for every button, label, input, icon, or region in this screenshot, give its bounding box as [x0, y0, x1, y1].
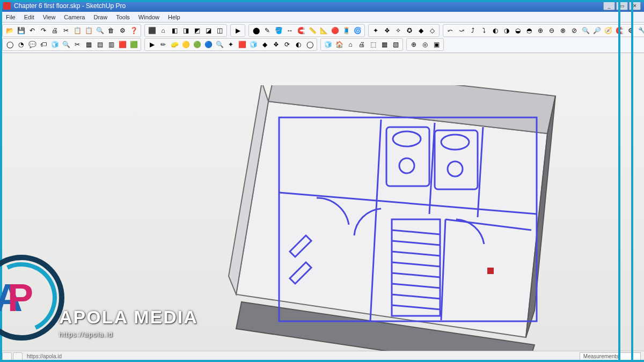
- menu-help[interactable]: Help: [164, 13, 184, 21]
- toolbar-button[interactable]: 🧊: [49, 39, 60, 50]
- toolbar-button[interactable]: ⊖: [546, 25, 557, 36]
- toolbar-button[interactable]: ◎: [420, 39, 430, 50]
- toolbar-button[interactable]: 🏷: [38, 39, 49, 50]
- toolbar-button[interactable]: ⤵: [479, 25, 489, 36]
- toolbar-button[interactable]: ◩: [192, 25, 202, 36]
- menu-camera[interactable]: Camera: [60, 13, 89, 21]
- toolbar-button[interactable]: ◓: [524, 25, 535, 36]
- toolbar-button[interactable]: ⬤: [251, 25, 261, 36]
- toolbar-button[interactable]: 📂: [4, 25, 15, 36]
- toolbar-button[interactable]: ❓: [128, 25, 139, 36]
- toolbar-button[interactable]: ◨: [180, 25, 191, 36]
- toolbar-button[interactable]: ⊘: [569, 25, 580, 36]
- toolbar-button[interactable]: 🔵: [203, 39, 214, 50]
- menu-edit[interactable]: Edit: [20, 13, 38, 21]
- toolbar-button[interactable]: ❖: [270, 39, 281, 50]
- toolbar-button[interactable]: ✦: [225, 39, 236, 50]
- menu-file[interactable]: File: [2, 13, 19, 21]
- toolbar-button[interactable]: ✎: [262, 25, 273, 36]
- toolbar-button[interactable]: ⚙: [625, 25, 636, 36]
- toolbar-button[interactable]: ⤴: [467, 25, 478, 36]
- toolbar-button[interactable]: ⤺: [445, 25, 456, 36]
- toolbar-button[interactable]: 🧊: [323, 39, 333, 50]
- building-model[interactable]: [204, 85, 580, 351]
- toolbar-button[interactable]: ◪: [203, 25, 214, 36]
- toolbar-button[interactable]: ◫: [214, 25, 225, 36]
- toolbar-button[interactable]: ▣: [431, 39, 442, 50]
- toolbar-button[interactable]: ▤: [94, 39, 105, 50]
- toolbar-button[interactable]: 🟡: [180, 39, 191, 50]
- toolbar-button[interactable]: 🧭: [603, 25, 613, 36]
- toolbar-button[interactable]: ⚙: [117, 25, 128, 36]
- toolbar-button[interactable]: 🖨: [356, 39, 367, 50]
- toolbar-button[interactable]: 🧊: [248, 39, 259, 50]
- toolbar-button[interactable]: ⤻: [456, 25, 467, 36]
- minimize-button[interactable]: _: [603, 2, 615, 10]
- menu-window[interactable]: Window: [135, 13, 163, 21]
- toolbar-button[interactable]: 📐: [318, 25, 329, 36]
- menu-draw[interactable]: Draw: [90, 13, 111, 21]
- toolbar-button[interactable]: ◆: [259, 39, 270, 50]
- toolbar-button[interactable]: 💬: [27, 39, 38, 50]
- toolbar-button[interactable]: ✦: [370, 25, 381, 36]
- viewport-3d[interactable]: [0, 53, 644, 351]
- toolbar-button[interactable]: ▶: [147, 39, 157, 50]
- toolbar-button[interactable]: 💾: [16, 25, 26, 36]
- toolbar-button[interactable]: 🔎: [591, 25, 602, 36]
- toolbar-button[interactable]: ◐: [490, 25, 501, 36]
- toolbar-button[interactable]: ✧: [393, 25, 404, 36]
- toolbar-button[interactable]: ▧: [390, 39, 401, 50]
- toolbar-button[interactable]: 🔍: [61, 39, 71, 50]
- toolbar-button[interactable]: 🌀: [352, 25, 363, 36]
- toolbar-button[interactable]: ↷: [38, 25, 49, 36]
- toolbar-button[interactable]: ▦: [83, 39, 94, 50]
- toolbar-button[interactable]: ◒: [513, 25, 523, 36]
- menu-tools[interactable]: Tools: [112, 13, 134, 21]
- toolbar-button[interactable]: 🔍: [580, 25, 591, 36]
- measurements-box[interactable]: Measurements: [580, 352, 641, 360]
- toolbar-button[interactable]: ✪: [404, 25, 415, 36]
- menu-view[interactable]: View: [39, 13, 60, 21]
- toolbar-button[interactable]: 🧽: [169, 39, 180, 50]
- toolbar-button[interactable]: 🟥: [237, 39, 247, 50]
- toolbar-button[interactable]: 🪣: [273, 25, 284, 36]
- toolbar-button[interactable]: ▦: [379, 39, 390, 50]
- toolbar-button[interactable]: 🟩: [128, 39, 139, 50]
- toolbar-button[interactable]: 🔧: [636, 25, 644, 36]
- toolbar-button[interactable]: 📋: [72, 25, 83, 36]
- toolbar-button[interactable]: 🔍: [214, 39, 225, 50]
- toolbar-button[interactable]: ⌂: [345, 39, 356, 50]
- toolbar-button[interactable]: 🔍: [94, 25, 105, 36]
- toolbar-button[interactable]: ◧: [169, 25, 180, 36]
- toolbar-button[interactable]: ⟳: [282, 39, 292, 50]
- toolbar-button[interactable]: 📋: [83, 25, 94, 36]
- toolbar-button[interactable]: ◯: [4, 39, 15, 50]
- toolbar-button[interactable]: ◆: [415, 25, 426, 36]
- toolbar-button[interactable]: ▶: [232, 25, 243, 36]
- toolbar-button[interactable]: ⬚: [368, 39, 378, 50]
- status-btn-1[interactable]: [2, 352, 12, 361]
- toolbar-button[interactable]: 🟢: [192, 39, 202, 50]
- toolbar-button[interactable]: 🗑: [106, 25, 116, 36]
- toolbar-button[interactable]: ⬛: [147, 25, 157, 36]
- toolbar-button[interactable]: ◇: [427, 25, 437, 36]
- close-button[interactable]: ✕: [629, 2, 641, 10]
- toolbar-button[interactable]: ↶: [27, 25, 38, 36]
- toolbar-button[interactable]: 🟥: [117, 39, 128, 50]
- toolbar-button[interactable]: 🖨: [49, 25, 60, 36]
- toolbar-button[interactable]: ▥: [106, 39, 116, 50]
- toolbar-button[interactable]: ⌂: [158, 25, 169, 36]
- toolbar-button[interactable]: ◐: [293, 39, 304, 50]
- toolbar-button[interactable]: ✂: [72, 39, 83, 50]
- toolbar-button[interactable]: 🔴: [330, 25, 340, 36]
- toolbar-button[interactable]: ✂: [61, 25, 71, 36]
- toolbar-button[interactable]: 🧵: [341, 25, 352, 36]
- toolbar-button[interactable]: ◑: [501, 25, 512, 36]
- titlebar[interactable]: Chapter 6 first floor.skp - SketchUp Pro…: [0, 0, 644, 12]
- toolbar-button[interactable]: 📏: [307, 25, 318, 36]
- toolbar-button[interactable]: ❖: [382, 25, 392, 36]
- toolbar-button[interactable]: 🧲: [614, 25, 625, 36]
- toolbar-button[interactable]: ◔: [16, 39, 26, 50]
- toolbar-button[interactable]: ⊗: [558, 25, 568, 36]
- toolbar-button[interactable]: 🧲: [296, 25, 306, 36]
